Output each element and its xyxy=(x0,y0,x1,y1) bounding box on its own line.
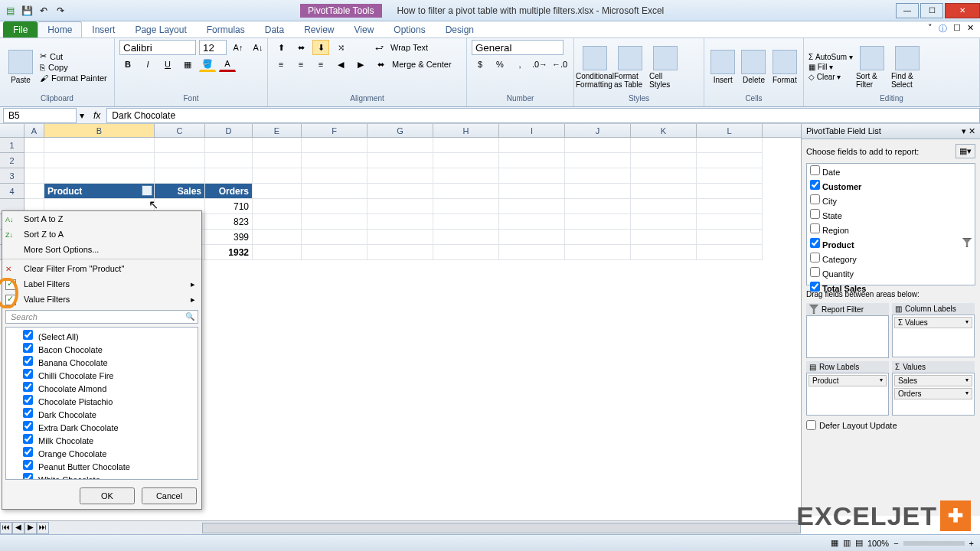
sheet-nav-next[interactable]: ▶ xyxy=(24,522,37,534)
align-left-icon[interactable]: ≡ xyxy=(273,57,289,72)
formula-input[interactable]: Dark Chocolate xyxy=(106,108,980,123)
grow-font-icon[interactable]: A↑ xyxy=(230,40,247,55)
filter-check-item[interactable]: Bacon Chocolate xyxy=(8,342,196,355)
filter-checkbox-list[interactable]: (Select All) Bacon Chocolate Banana Choc… xyxy=(5,327,198,480)
tab-insert[interactable]: Insert xyxy=(82,21,125,37)
field-item[interactable]: Date xyxy=(807,164,975,178)
cell[interactable] xyxy=(302,214,368,230)
close-button[interactable]: ✕ xyxy=(945,3,980,18)
filter-check-item[interactable]: Chocolate Almond xyxy=(8,381,196,394)
cell[interactable] xyxy=(253,245,302,260)
save-icon[interactable]: 💾 xyxy=(20,4,34,18)
minimize-button[interactable]: — xyxy=(896,3,919,18)
cell[interactable]: Product xyxy=(44,184,155,199)
filter-item-checkbox[interactable] xyxy=(23,460,33,470)
area-item[interactable]: Orders xyxy=(894,388,972,399)
cell[interactable] xyxy=(302,138,368,153)
row-header[interactable]: 2 xyxy=(0,153,24,168)
cell[interactable] xyxy=(302,199,368,214)
cell[interactable] xyxy=(631,214,697,230)
cell[interactable] xyxy=(631,199,697,214)
cell[interactable] xyxy=(433,230,499,245)
cell[interactable] xyxy=(253,168,302,184)
cell[interactable] xyxy=(499,153,565,168)
filter-check-item[interactable]: White Chocolate xyxy=(8,472,196,480)
merge-center-button[interactable]: ⬌ xyxy=(372,57,389,72)
format-cells-button[interactable]: Format xyxy=(771,50,799,84)
cell[interactable] xyxy=(697,153,763,168)
tab-view[interactable]: View xyxy=(345,21,384,37)
filter-check-item[interactable]: Orange Chocolate xyxy=(8,446,196,459)
sheet-nav-first[interactable]: ⏮ xyxy=(0,522,12,534)
decrease-decimal-icon[interactable]: ←.0 xyxy=(551,57,568,72)
align-right-icon[interactable]: ≡ xyxy=(312,57,329,72)
cell[interactable] xyxy=(368,230,433,245)
cell[interactable] xyxy=(24,153,44,168)
tab-review[interactable]: Review xyxy=(294,21,344,37)
cell[interactable] xyxy=(433,214,499,230)
column-header[interactable]: A xyxy=(24,124,44,137)
cell[interactable] xyxy=(697,168,763,184)
column-header[interactable]: E xyxy=(253,124,302,137)
filter-check-item[interactable]: Peanut Butter Chocolate xyxy=(8,459,196,472)
conditional-formatting-button[interactable]: Conditional Formatting xyxy=(579,46,611,89)
value-filters[interactable]: Value Filters▸ xyxy=(2,292,201,307)
comma-icon[interactable]: , xyxy=(511,57,528,72)
clear-filter[interactable]: Clear Filter From "Product" xyxy=(2,261,201,276)
cell[interactable]: 710 xyxy=(205,199,253,214)
underline-button[interactable]: U xyxy=(159,57,176,72)
cell[interactable] xyxy=(697,138,763,153)
defer-layout-checkbox[interactable] xyxy=(806,420,816,430)
insert-cells-button[interactable]: Insert xyxy=(709,50,737,84)
field-item[interactable]: Region xyxy=(807,222,975,236)
select-all-corner[interactable] xyxy=(0,124,24,137)
cell[interactable] xyxy=(368,214,433,230)
filter-item-checkbox[interactable] xyxy=(23,330,33,340)
format-painter-button[interactable]: 🖌 Format Painter xyxy=(40,73,107,83)
number-format-combo[interactable] xyxy=(472,40,564,55)
redo-icon[interactable]: ↷ xyxy=(54,4,67,18)
cell[interactable] xyxy=(302,245,368,260)
ok-button[interactable]: OK xyxy=(80,487,135,504)
cell[interactable] xyxy=(368,138,433,153)
shrink-font-icon[interactable]: A↓ xyxy=(250,40,266,55)
cell[interactable] xyxy=(565,245,631,260)
filter-check-item[interactable]: Chilli Chocolate Fire xyxy=(8,368,196,381)
more-sort-options[interactable]: More Sort Options... xyxy=(2,242,201,257)
filter-search-input[interactable]: Search xyxy=(5,310,198,324)
filter-item-checkbox[interactable] xyxy=(23,343,33,353)
copy-button[interactable]: ⎘ Copy xyxy=(40,63,107,72)
cell[interactable] xyxy=(631,138,697,153)
increase-indent-icon[interactable]: ▶ xyxy=(352,57,369,72)
cell[interactable] xyxy=(565,153,631,168)
filter-check-item[interactable]: (Select All) xyxy=(8,329,196,342)
currency-icon[interactable]: $ xyxy=(472,57,488,72)
delete-cells-button[interactable]: Delete xyxy=(740,50,767,84)
cell[interactable] xyxy=(368,168,433,184)
font-name-combo[interactable] xyxy=(119,40,196,55)
filter-item-checkbox[interactable] xyxy=(23,447,33,457)
fx-icon[interactable]: fx xyxy=(87,110,106,121)
align-center-icon[interactable]: ≡ xyxy=(292,57,309,72)
tab-page-layout[interactable]: Page Layout xyxy=(125,21,196,37)
tab-formulas[interactable]: Formulas xyxy=(197,21,255,37)
cancel-button[interactable]: Cancel xyxy=(142,487,197,504)
column-header[interactable]: C xyxy=(155,124,205,137)
field-item[interactable]: Category xyxy=(807,251,975,266)
field-item[interactable]: State xyxy=(807,207,975,222)
cell[interactable]: 823 xyxy=(205,214,253,230)
row-header[interactable]: 3 xyxy=(0,168,24,184)
cell[interactable] xyxy=(631,153,697,168)
field-item[interactable]: Quantity xyxy=(807,266,975,280)
cell[interactable] xyxy=(433,199,499,214)
cell[interactable] xyxy=(499,138,565,153)
cell[interactable] xyxy=(302,153,368,168)
align-middle-icon[interactable]: ⬌ xyxy=(292,40,309,55)
filter-check-item[interactable]: Chocolate Pistachio xyxy=(8,394,196,407)
zoom-in-icon[interactable]: + xyxy=(969,539,974,548)
cell[interactable] xyxy=(433,184,499,199)
cut-button[interactable]: ✂ Cut xyxy=(40,51,107,61)
autosum-button[interactable]: Σ AutoSum ▾ xyxy=(808,53,853,61)
sheet-nav-last[interactable]: ⏭ xyxy=(37,522,49,534)
column-header[interactable]: F xyxy=(302,124,368,137)
